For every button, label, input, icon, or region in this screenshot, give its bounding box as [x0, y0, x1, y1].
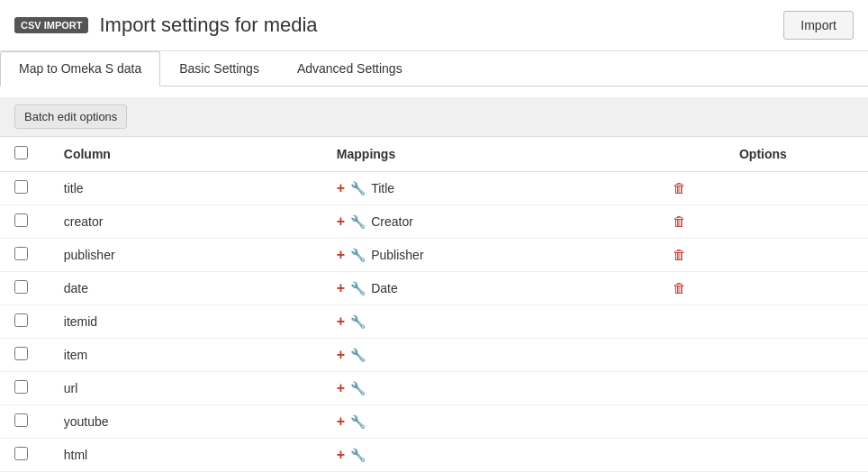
column-name-itemid: itemid	[50, 305, 322, 339]
mappings-cell-url: + 🔧	[322, 372, 658, 405]
delete-mapping-title[interactable]: 🗑	[673, 181, 686, 195]
options-cell-itemid	[658, 305, 868, 339]
table-row: date + 🔧Date🗑	[0, 272, 868, 305]
mappings-table: Column Mappings Options title + 🔧Title🗑c…	[0, 137, 868, 472]
header-mappings: Mappings	[322, 137, 658, 172]
table-row: item + 🔧	[0, 339, 868, 372]
options-cell-url	[658, 372, 868, 405]
row-checkbox-html[interactable]	[14, 447, 28, 460]
mapping-label-publisher: Publisher	[371, 248, 423, 262]
header-options: Options	[658, 137, 868, 172]
column-name-publisher: publisher	[50, 239, 322, 272]
settings-mapping-itemid[interactable]: 🔧	[350, 315, 366, 328]
mappings-cell-item: + 🔧	[322, 339, 658, 372]
tab-basic-settings[interactable]: Basic Settings	[160, 51, 278, 86]
header-left: CSV IMPORT Import settings for media	[14, 14, 318, 37]
delete-mapping-creator[interactable]: 🗑	[673, 214, 686, 228]
tab-map-to-omeka[interactable]: Map to Omeka S data	[0, 51, 160, 86]
page-header: CSV IMPORT Import settings for media Imp…	[0, 0, 868, 51]
row-checkbox-creator[interactable]	[14, 213, 28, 227]
table-row: url + 🔧	[0, 372, 868, 405]
settings-mapping-html[interactable]: 🔧	[350, 449, 366, 461]
header-checkbox-col	[0, 137, 50, 172]
mappings-cell-itemid: + 🔧	[322, 305, 658, 339]
table-row: youtube + 🔧	[0, 405, 868, 439]
settings-mapping-date[interactable]: 🔧	[350, 282, 366, 295]
options-cell-date: 🗑	[658, 272, 868, 305]
column-name-creator: creator	[50, 205, 322, 239]
settings-mapping-creator[interactable]: 🔧	[350, 215, 366, 228]
mappings-cell-title: + 🔧Title	[322, 172, 658, 205]
options-cell-publisher: 🗑	[658, 239, 868, 272]
mappings-cell-publisher: + 🔧Publisher	[322, 239, 658, 272]
table-row: publisher + 🔧Publisher🗑	[0, 239, 868, 272]
row-checkbox-youtube[interactable]	[14, 413, 28, 427]
add-mapping-item[interactable]: +	[337, 348, 345, 362]
mappings-cell-youtube: + 🔧	[322, 405, 658, 439]
column-name-url: url	[50, 372, 322, 405]
settings-mapping-publisher[interactable]: 🔧	[350, 249, 366, 261]
column-name-title: title	[50, 172, 322, 205]
add-mapping-itemid[interactable]: +	[337, 314, 345, 329]
mapping-label-date: Date	[371, 281, 398, 295]
settings-mapping-title[interactable]: 🔧	[350, 182, 366, 195]
select-all-checkbox[interactable]	[14, 146, 28, 159]
settings-mapping-item[interactable]: 🔧	[350, 349, 366, 361]
delete-mapping-publisher[interactable]: 🗑	[673, 248, 686, 261]
mappings-cell-date: + 🔧Date	[322, 272, 658, 305]
tab-advanced-settings[interactable]: Advanced Settings	[278, 51, 421, 86]
page-title: Import settings for media	[99, 14, 317, 37]
settings-mapping-url[interactable]: 🔧	[350, 382, 366, 395]
header-column: Column	[50, 137, 322, 172]
column-name-youtube: youtube	[50, 405, 322, 439]
column-name-date: date	[50, 272, 322, 305]
options-cell-creator: 🗑	[658, 205, 868, 239]
table-row: itemid + 🔧	[0, 305, 868, 339]
add-mapping-publisher[interactable]: +	[337, 248, 345, 262]
mapping-label-creator: Creator	[371, 214, 413, 229]
add-mapping-title[interactable]: +	[337, 181, 345, 195]
column-name-item: item	[50, 339, 322, 372]
add-mapping-creator[interactable]: +	[337, 214, 345, 229]
add-mapping-html[interactable]: +	[337, 448, 345, 462]
row-checkbox-publisher[interactable]	[14, 247, 28, 260]
row-checkbox-item[interactable]	[14, 347, 28, 360]
csv-badge: CSV IMPORT	[14, 17, 88, 33]
row-checkbox-date[interactable]	[14, 280, 28, 294]
batch-edit-button[interactable]: Batch edit options	[14, 104, 127, 129]
batch-edit-bar: Batch edit options	[0, 97, 868, 137]
row-checkbox-url[interactable]	[14, 380, 28, 394]
table-row: creator + 🔧Creator🗑	[0, 205, 868, 239]
mappings-cell-html: + 🔧	[322, 439, 658, 472]
mappings-cell-creator: + 🔧Creator	[322, 205, 658, 239]
import-button[interactable]: Import	[783, 11, 854, 40]
add-mapping-url[interactable]: +	[337, 381, 345, 395]
table-row: title + 🔧Title🗑	[0, 172, 868, 205]
options-cell-item	[658, 339, 868, 372]
delete-mapping-date[interactable]: 🗑	[673, 281, 686, 295]
add-mapping-date[interactable]: +	[337, 281, 345, 295]
row-checkbox-title[interactable]	[14, 180, 28, 194]
settings-mapping-youtube[interactable]: 🔧	[350, 415, 366, 428]
options-cell-youtube	[658, 405, 868, 439]
table-header-row: Column Mappings Options	[0, 137, 868, 172]
tabs-bar: Map to Omeka S data Basic Settings Advan…	[0, 51, 868, 86]
column-name-html: html	[50, 439, 322, 472]
options-cell-html	[658, 439, 868, 472]
add-mapping-youtube[interactable]: +	[337, 414, 345, 429]
content-area: Batch edit options Column Mappings Optio…	[0, 86, 868, 472]
table-row: html + 🔧	[0, 439, 868, 472]
row-checkbox-itemid[interactable]	[14, 313, 28, 327]
mapping-label-title: Title	[371, 181, 394, 195]
options-cell-title: 🗑	[658, 172, 868, 205]
